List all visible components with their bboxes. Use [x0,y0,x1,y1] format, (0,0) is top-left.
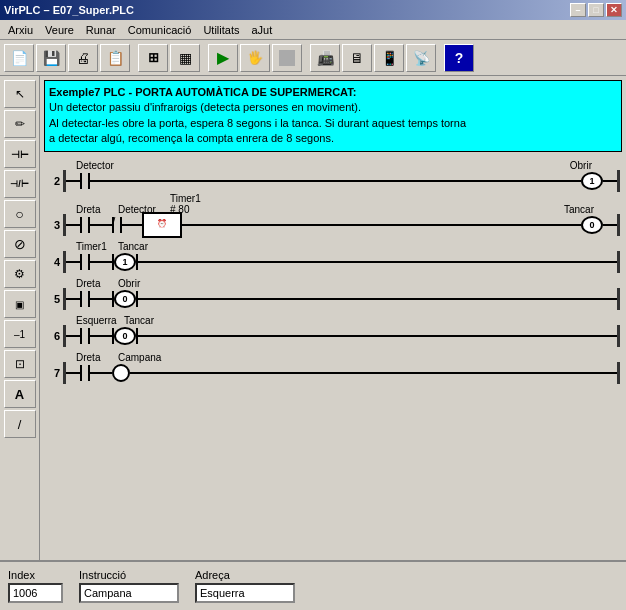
address-input[interactable] [195,583,295,603]
menu-utilitats[interactable]: Utilitats [197,22,245,38]
tb-print[interactable]: 🖨 [68,44,98,72]
rung-4-labels: Timer1 Tancar [46,237,620,252]
contact-no-icon: ⊣⊢ [11,149,29,160]
index-input[interactable] [8,583,63,603]
label-obrir-r5: Obrir [118,278,140,289]
rung-5-wire: 5 0 [46,289,620,309]
contact-detector-r2[interactable] [72,173,98,189]
label-campana-r7: Campana [118,352,161,363]
pause-icon [279,50,295,66]
menu-ajut[interactable]: aJut [245,22,278,38]
address-label: Adreça [195,569,295,581]
tb-help[interactable]: ? [444,44,474,72]
wire-r3-mid [188,224,573,226]
menu-arxiu[interactable]: Arxiu [2,22,39,38]
index-label: Index [8,569,63,581]
pencil-icon: ✏ [15,117,25,131]
timer1-r3[interactable]: ⏰ [136,212,188,238]
rung-6-number: 6 [46,330,60,342]
tool-contact-no[interactable]: ⊣⊢ [4,140,36,168]
rung-2-labels: Detector Obrir [46,156,620,171]
tb-comm4[interactable]: 📡 [406,44,436,72]
save-icon: 💾 [43,50,60,66]
title-bar: VirPLC – E07_Super.PLC – □ ✕ [0,0,626,20]
desc-line3: Al detectar-les obre la porta, espera 8 … [49,116,617,131]
maximize-button[interactable]: □ [588,3,604,17]
coil-tancar-r3[interactable]: 0 [573,216,611,234]
desc-line1: Exemple7 PLC - PORTA AUTOMÀTICA DE SUPER… [49,85,617,100]
tool-line[interactable]: / [4,410,36,438]
tb-grid1[interactable]: ⊞ [138,44,168,72]
coil-body-obrir: 1 [581,172,603,190]
rung-7-labels: Dreta Campana [46,348,620,363]
rung-5-number: 5 [46,293,60,305]
tb-copy[interactable]: 📋 [100,44,130,72]
rung-6: Esquerra Tancar 6 [46,311,620,346]
tb-comm1[interactable]: 📠 [310,44,340,72]
contact-dreta-r5[interactable] [72,291,98,307]
contact-detector-nc-r3[interactable]: / [104,217,130,233]
instruction-label: Instrucció [79,569,179,581]
left-sidebar: ↖ ✏ ⊣⊢ ⊣/⊢ ○ ⊘ ⚙ ▣ –1 ⊡ A / [0,76,40,560]
tb-save[interactable]: 💾 [36,44,66,72]
sym-no-dreta-r3 [72,217,98,233]
canvas-area: Exemple7 PLC - PORTA AUTOMÀTICA DE SUPER… [40,76,626,560]
rung-6-labels: Esquerra Tancar [46,311,620,326]
label-tancar-r4: Tancar [118,241,148,252]
contact-esquerra-r6[interactable] [72,328,98,344]
contact-tancar-r6[interactable]: 0 [104,327,146,345]
tool-select[interactable]: ↖ [4,80,36,108]
tool-pencil[interactable]: ✏ [4,110,36,138]
rung-3-labels: Dreta Detector Timer1# 80 Tancar [46,193,620,215]
tb-grid2[interactable]: ▦ [170,44,200,72]
sym-no-esquerra-r6 [72,328,98,344]
tool-contact-nc[interactable]: ⊣/⊢ [4,170,36,198]
canvas-scroll[interactable]: Exemple7 PLC - PORTA AUTOMÀTICA DE SUPER… [40,76,626,560]
comm1-icon: 📠 [317,50,334,66]
tool-coil2[interactable]: ⊘ [4,230,36,258]
rung-4-wire: 4 1 [46,252,620,272]
rung-2-number: 2 [46,175,60,187]
tool-neg[interactable]: –1 [4,320,36,348]
menu-runar[interactable]: Runar [80,22,122,38]
contact-campana-r7[interactable] [104,364,138,382]
tool-box[interactable]: ⊡ [4,350,36,378]
tool-text[interactable]: A [4,380,36,408]
menu-veure[interactable]: Veure [39,22,80,38]
contact-obrir-r5[interactable]: 0 [104,290,146,308]
timer-body-r3: ⏰ [142,212,182,238]
tb-comm2[interactable]: 🖥 [342,44,372,72]
tb-run[interactable]: ▶ [208,44,238,72]
label-dreta-r5: Dreta [76,278,118,289]
print-icon: 🖨 [76,50,90,66]
tb-stop[interactable]: 🖐 [240,44,270,72]
rung-5-labels: Dreta Obrir [46,274,620,289]
rung-3-wire: 3 / [46,215,620,235]
contact-timer1-r4[interactable] [72,254,98,270]
menu-comunicacio[interactable]: Comunicació [122,22,198,38]
tb-new[interactable]: 📄 [4,44,34,72]
wire-r2-mid [98,180,573,182]
contact-dreta-r3[interactable] [72,217,98,233]
wire-r5-end [146,298,617,300]
tb-comm3[interactable]: 📱 [374,44,404,72]
sym-nc-detector-r3: / [104,217,130,233]
menu-bar: Arxiu Veure Runar Comunicació Utilitats … [0,20,626,40]
contact-dreta-r7[interactable] [72,365,98,381]
coil-obrir-r2[interactable]: 1 [573,172,611,190]
tool-block[interactable]: ▣ [4,290,36,318]
tool-coil[interactable]: ○ [4,200,36,228]
rung-7: Dreta Campana 7 [46,348,620,383]
close-button[interactable]: ✕ [606,3,622,17]
tb-pause[interactable] [272,44,302,72]
coil2-icon: ⊘ [14,236,26,252]
instruction-input[interactable] [79,583,179,603]
status-index: Index [8,569,63,603]
coil-icon: ○ [15,206,23,222]
sym-coil-obrir: 1 [573,172,611,190]
minimize-button[interactable]: – [570,3,586,17]
contact-tancar-r4[interactable]: 1 [104,253,146,271]
rung-7-number: 7 [46,367,60,379]
tool-func[interactable]: ⚙ [4,260,36,288]
wire-r6-end [146,335,617,337]
